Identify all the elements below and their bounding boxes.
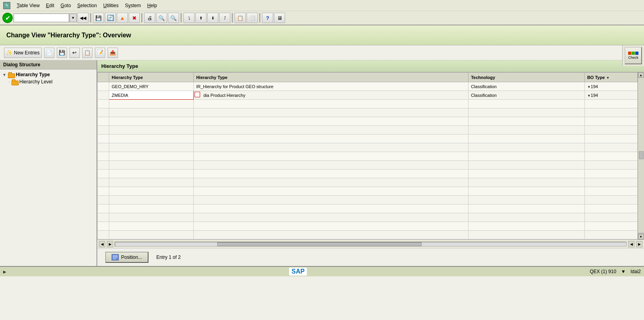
cell-technology-1[interactable]: Classification xyxy=(469,82,585,91)
table-section-title: Hierarchy Type xyxy=(101,63,138,69)
last-btn[interactable]: ⤴ xyxy=(219,13,230,23)
scroll-end-left-btn[interactable]: ◀ xyxy=(628,241,634,247)
svg-rect-3 xyxy=(113,258,116,259)
cell-hier-type-2-editing[interactable] xyxy=(109,91,194,100)
position-btn-label: Position... xyxy=(121,254,142,260)
dialog-panel: Dialog Structure ▼ Hierarchy Type · Hier… xyxy=(0,60,97,266)
col-header-hier-desc: Hierarchy Type xyxy=(194,73,469,82)
scroll-left-btn[interactable]: ◀ xyxy=(99,241,105,247)
deselect-btn[interactable]: 📝 xyxy=(95,48,105,58)
body-layout: Dialog Structure ▼ Hierarchy Type · Hier… xyxy=(0,60,644,266)
entry-info: Entry 1 of 2 xyxy=(156,254,181,260)
ok-button[interactable]: ✔ xyxy=(2,13,13,23)
table-row-empty xyxy=(98,178,638,187)
find-next-btn[interactable]: 🔍 xyxy=(168,13,179,23)
cell-hier-type-1[interactable]: GEO_DEMO_HRY xyxy=(109,82,194,91)
row-selector-1[interactable] xyxy=(98,82,109,91)
first-btn[interactable]: ⤵ xyxy=(183,13,195,23)
page-header: Change View "Hierarchy Type": Overview xyxy=(0,25,644,45)
scroll-right-btn[interactable]: ▶ xyxy=(107,241,113,247)
cell-hier-desc-2[interactable]: dia Product Hierarchy xyxy=(194,91,469,100)
new-entries-button[interactable]: ✨ New Entries xyxy=(4,48,42,58)
table-row-empty xyxy=(98,126,638,135)
svg-rect-2 xyxy=(113,257,118,258)
sep2 xyxy=(141,13,143,23)
sep5 xyxy=(259,13,260,23)
up-btn[interactable]: ▲ xyxy=(117,13,128,23)
monitor-btn[interactable]: 🖥 xyxy=(274,13,285,23)
check-panel: Check xyxy=(622,60,644,66)
scroll-thumb-v xyxy=(639,151,644,159)
copy-row-btn[interactable]: 📄 xyxy=(44,48,54,58)
status-left: ▶ xyxy=(3,270,6,274)
layout-btn[interactable]: ⬜ xyxy=(247,13,258,23)
menu-goto[interactable]: Goto xyxy=(61,3,71,8)
refresh-btn[interactable]: 🔄 xyxy=(105,13,116,23)
scroll-track-v[interactable] xyxy=(638,78,644,233)
table-row-empty xyxy=(98,143,638,152)
command-dropdown[interactable]: ▼ xyxy=(69,13,77,22)
select-all-btn[interactable]: 📋 xyxy=(82,48,93,58)
tree-item-hierarchy-type[interactable]: ▼ Hierarchy Type xyxy=(0,71,96,78)
scroll-up-btn[interactable]: ▲ xyxy=(638,72,644,78)
prev-btn[interactable]: ⬆ xyxy=(195,13,206,23)
copy-btn[interactable]: 💾 xyxy=(57,48,67,58)
menu-selection[interactable]: Selection xyxy=(77,3,97,8)
tree-label-hierarchy-level: Hierarchy Level xyxy=(19,79,52,85)
table-row-empty xyxy=(98,152,638,161)
check-panel-button[interactable]: Check xyxy=(625,60,642,64)
table-row-empty xyxy=(98,196,638,204)
undo-btn[interactable]: ↩ xyxy=(69,48,80,58)
table-row-empty xyxy=(98,117,638,126)
dialog-tree: ▼ Hierarchy Type · Hierarchy Level xyxy=(0,69,96,266)
tree-label-hierarchy-type: Hierarchy Type xyxy=(16,72,50,77)
help-btn[interactable]: ? xyxy=(262,13,273,23)
svg-rect-1 xyxy=(113,255,118,257)
main-toolbar: ✔ ▼ ◀◀ 💾 🔄 ▲ ✖ 🖨 🔍 🔍 ⤵ ⬆ ⬇ ⤴ 📋 ⬜ ? 🖥 xyxy=(0,11,644,25)
menu-table-view[interactable]: Table View xyxy=(17,3,40,8)
menu-edit[interactable]: Edit xyxy=(46,3,54,8)
bottom-bar: Position... Entry 1 of 2 xyxy=(97,248,644,266)
col-header-selector xyxy=(98,73,109,82)
table-row[interactable]: GEO_DEMO_HRY IR_Hierarchy for Product GE… xyxy=(98,82,638,91)
next-btn[interactable]: ⬇ xyxy=(207,13,218,23)
view-btn[interactable]: 📋 xyxy=(235,13,246,23)
scroll-down-btn[interactable]: ▼ xyxy=(638,234,644,239)
menu-utilities[interactable]: Utilities xyxy=(103,3,119,8)
save-btn[interactable]: 💾 xyxy=(93,13,104,23)
scroll-track-h[interactable] xyxy=(115,242,627,247)
print-btn[interactable]: 🖨 xyxy=(144,13,155,23)
position-button[interactable]: Position... xyxy=(105,252,148,263)
sep1 xyxy=(90,13,91,23)
menu-help[interactable]: Help xyxy=(147,3,157,8)
hier-type-input[interactable] xyxy=(112,93,191,98)
position-icon xyxy=(112,254,119,260)
row-selector-2[interactable] xyxy=(98,91,109,100)
cell-bo-type-1[interactable]: ▼194 xyxy=(584,82,637,91)
table-row-empty xyxy=(98,161,638,170)
vertical-scrollbar[interactable]: ▲ ▼ xyxy=(638,72,644,239)
tree-dot-hierarchy-level: · xyxy=(9,80,10,84)
table-row-empty xyxy=(98,108,638,117)
menu-system[interactable]: System xyxy=(125,3,141,8)
cell-technology-2[interactable]: Classification xyxy=(469,91,585,100)
cancel-btn[interactable]: ✖ xyxy=(129,13,140,23)
scroll-end-right-btn[interactable]: ▶ xyxy=(636,241,642,247)
status-bar: ▶ SAP QEX (1) 910 ▼ Idai2 xyxy=(0,266,644,276)
tree-arrow-hierarchy-type[interactable]: ▼ xyxy=(2,73,6,77)
system-info: QEX (1) 910 xyxy=(590,269,616,274)
tree-item-hierarchy-level[interactable]: · Hierarchy Level xyxy=(0,78,96,85)
command-input[interactable] xyxy=(13,13,69,22)
nav-back-btn[interactable]: ◀◀ xyxy=(77,13,89,23)
second-toolbar: ✨ New Entries 📄 💾 ↩ 📋 📝 📤 xyxy=(0,45,644,60)
table-row-empty xyxy=(98,100,638,108)
right-panel: Hierarchy Type Hier xyxy=(97,60,644,266)
table-row[interactable]: dia Product Hierarchy Classification ▼19… xyxy=(98,91,638,100)
export-btn[interactable]: 📤 xyxy=(108,48,118,58)
cell-bo-type-2[interactable]: ▼194 xyxy=(584,91,637,100)
folder-icon-hierarchy-type xyxy=(8,72,14,77)
table-header-row: Hierarchy Type Hierarchy Type Technology… xyxy=(98,73,638,82)
table-wrapper: Hierarchy Type Hierarchy Type Technology… xyxy=(97,72,644,239)
cell-hier-desc-1[interactable]: IR_Hierarchy for Product GEO structure xyxy=(194,82,469,91)
find-btn[interactable]: 🔍 xyxy=(156,13,167,23)
